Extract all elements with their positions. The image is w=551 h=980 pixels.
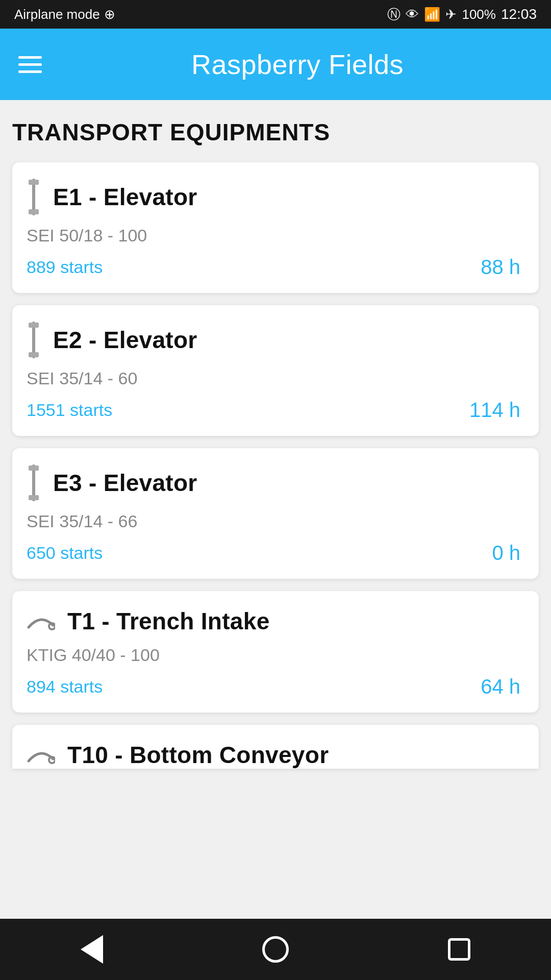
menu-line-2	[18, 63, 42, 66]
airplane-mode-text: Airplane mode	[14, 7, 100, 22]
svg-rect-1	[29, 180, 39, 185]
card-header-t1: T1 - Trench Intake	[27, 607, 520, 635]
equipment-card-t10[interactable]: T10 - Bottom Conveyor	[12, 725, 539, 769]
eye-icon: 👁	[406, 7, 419, 22]
card-header-t10: T10 - Bottom Conveyor	[27, 741, 520, 769]
card-hours-e2: 114 h	[469, 399, 520, 422]
svg-rect-7	[29, 465, 39, 471]
status-right: Ⓝ 👁 📶 ✈ 100% 12:03	[387, 6, 537, 23]
svg-rect-8	[29, 495, 39, 500]
card-hours-e3: 0 h	[492, 542, 520, 565]
svg-rect-2	[29, 209, 39, 214]
home-icon	[262, 936, 289, 963]
card-hours-t1: 64 h	[481, 675, 520, 698]
svg-rect-4	[29, 323, 39, 328]
card-name-t10: T10 - Bottom Conveyor	[67, 741, 329, 769]
app-bar: Raspberry Fields	[0, 29, 551, 100]
svg-rect-5	[29, 352, 39, 357]
equipment-card-t1[interactable]: T1 - Trench Intake KTIG 40/40 - 100 894 …	[12, 591, 539, 713]
airplane-icon: ⊕	[104, 7, 115, 22]
equipment-card-e2[interactable]: E2 - Elevator SEI 35/14 - 60 1551 starts…	[12, 305, 539, 436]
trench-icon-t10	[27, 745, 55, 765]
card-name-e2: E2 - Elevator	[53, 326, 197, 354]
wifi-icon: 📶	[424, 7, 440, 22]
card-starts-e2: 1551 starts	[27, 400, 112, 420]
elevator-icon-e2	[27, 322, 41, 358]
card-starts-t1: 894 starts	[27, 677, 103, 697]
equipment-card-e1[interactable]: E1 - Elevator SEI 50/18 - 100 889 starts…	[12, 162, 539, 293]
card-footer-e2: 1551 starts 114 h	[27, 399, 520, 422]
time-display: 12:03	[501, 6, 537, 22]
nfc-icon: Ⓝ	[387, 6, 400, 23]
bottom-nav	[0, 919, 551, 980]
status-left: Airplane mode ⊕	[14, 7, 115, 22]
card-footer-e1: 889 starts 88 h	[27, 256, 520, 279]
svg-point-10	[49, 757, 55, 763]
menu-line-1	[18, 56, 42, 59]
status-bar: Airplane mode ⊕ Ⓝ 👁 📶 ✈ 100% 12:03	[0, 0, 551, 29]
menu-button[interactable]	[18, 56, 42, 73]
app-title: Raspberry Fields	[62, 48, 533, 80]
card-header-e3: E3 - Elevator	[27, 464, 520, 501]
card-header-e2: E2 - Elevator	[27, 322, 520, 358]
elevator-icon-e3	[27, 464, 41, 501]
card-model-e2: SEI 35/14 - 60	[27, 369, 520, 388]
airplane-status-icon: ✈	[445, 7, 457, 22]
back-button[interactable]	[71, 929, 112, 970]
main-content: TRANSPORT EQUIPMENTS E1 - Elevator SEI 5…	[0, 100, 551, 919]
back-icon	[81, 935, 103, 964]
recent-icon	[448, 938, 470, 961]
card-header-e1: E1 - Elevator	[27, 179, 520, 215]
menu-line-3	[18, 70, 42, 73]
card-name-e3: E3 - Elevator	[53, 469, 197, 497]
card-model-e1: SEI 50/18 - 100	[27, 226, 520, 246]
elevator-icon-e1	[27, 179, 41, 215]
card-name-e1: E1 - Elevator	[53, 183, 197, 211]
equipment-card-e3[interactable]: E3 - Elevator SEI 35/14 - 66 650 starts …	[12, 448, 539, 579]
section-title: TRANSPORT EQUIPMENTS	[12, 118, 539, 146]
card-starts-e1: 889 starts	[27, 257, 103, 277]
svg-point-9	[49, 623, 55, 629]
card-hours-e1: 88 h	[481, 256, 520, 279]
recent-button[interactable]	[439, 929, 480, 970]
home-button[interactable]	[255, 929, 296, 970]
card-name-t1: T1 - Trench Intake	[67, 607, 270, 635]
card-model-e3: SEI 35/14 - 66	[27, 511, 520, 531]
card-footer-t1: 894 starts 64 h	[27, 675, 520, 698]
card-footer-e3: 650 starts 0 h	[27, 542, 520, 565]
card-model-t1: KTIG 40/40 - 100	[27, 645, 520, 665]
card-starts-e3: 650 starts	[27, 543, 103, 563]
trench-icon-t1	[27, 611, 55, 631]
battery-text: 100%	[462, 7, 496, 22]
